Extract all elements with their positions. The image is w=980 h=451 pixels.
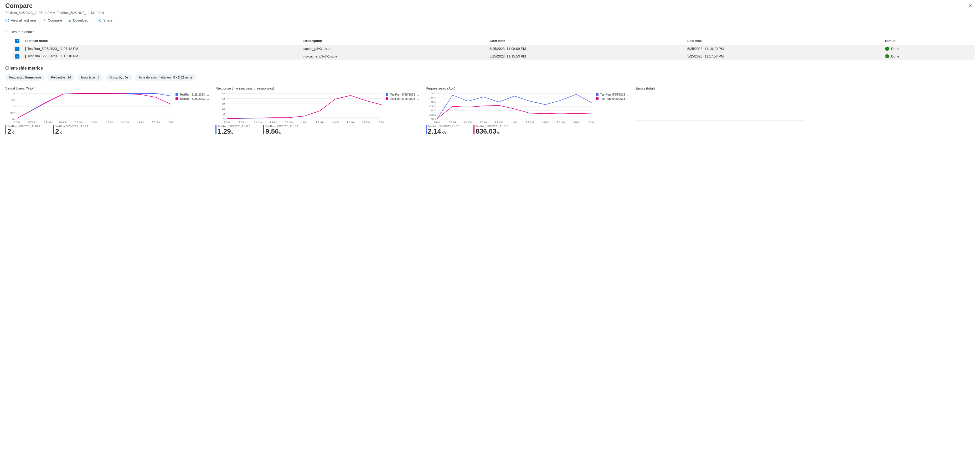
chevron-down-icon: ⌄ <box>90 19 92 22</box>
svg-text:1.8 min: 1.8 min <box>572 121 580 123</box>
series-color-chip <box>25 55 26 58</box>
chart-svg[interactable]: 0K/s0.5K/s1K/s1.5K/s2K/s2.5K/s3K/s0 min0… <box>426 92 594 123</box>
col-end[interactable]: End time <box>685 37 883 45</box>
col-name[interactable]: Test run name <box>22 37 301 45</box>
chart-summary: TestRun_5/25/2023_11:07:1...2K <box>5 125 43 135</box>
select-all-checkbox[interactable]: ✓ <box>15 39 19 43</box>
chart-title: Errors (total) <box>636 86 838 90</box>
table-row[interactable]: ✓ TestRun_5/25/2023_11:07:12 PM cache_p3… <box>13 45 975 53</box>
svg-text:3K/s: 3K/s <box>431 92 436 95</box>
test-run-details-toggle[interactable]: ⌄ Test run details <box>5 27 975 37</box>
share-label: Share <box>103 18 113 22</box>
svg-text:0.2 min: 0.2 min <box>29 121 36 123</box>
svg-text:0.6 min: 0.6 min <box>480 121 488 123</box>
svg-text:2 min: 2 min <box>169 121 173 123</box>
col-status[interactable]: Status <box>883 37 975 45</box>
svg-text:2 min: 2 min <box>379 121 383 123</box>
svg-text:0.4 min: 0.4 min <box>44 121 52 123</box>
svg-text:0.4 min: 0.4 min <box>464 121 472 123</box>
svg-text:0.6 min: 0.6 min <box>270 121 277 123</box>
svg-text:0 min: 0 min <box>434 121 440 123</box>
chart-legend: TestRun_5/25/2023_... TestRun_5/25/2023_… <box>175 92 209 101</box>
svg-text:2 min: 2 min <box>589 121 594 123</box>
svg-text:0.2 min: 0.2 min <box>239 121 247 123</box>
filter-group-by[interactable]: Group by : 5s <box>106 74 132 81</box>
run-start: 5/25/2023, 11:08:09 PM <box>487 45 685 53</box>
filter-time-duration[interactable]: Time duration (relative) : 0 - 2.02 mins <box>135 74 196 81</box>
svg-text:0K/s: 0K/s <box>431 118 436 121</box>
chevron-up-icon: ⌄ <box>5 30 8 33</box>
svg-text:2.5K/s: 2.5K/s <box>429 96 436 99</box>
run-name: TestRun_5/25/2023_11:07:12 PM <box>27 47 78 51</box>
chart-svg[interactable]: 0K0.5K1K1.5K2K0 min0.2 min0.4 min0.6 min… <box>5 92 173 123</box>
svg-text:1.8 min: 1.8 min <box>362 121 370 123</box>
svg-text:25s: 25s <box>221 92 226 95</box>
svg-text:1.2 min: 1.2 min <box>106 121 113 123</box>
close-button[interactable]: × <box>966 1 975 11</box>
chart-summary: TestRun_5/25/2023_11:07:1...1.29s <box>215 125 253 135</box>
col-start[interactable]: Start time <box>487 37 685 45</box>
svg-text:1.5K: 1.5K <box>10 98 15 101</box>
svg-text:1 min: 1 min <box>512 121 517 123</box>
run-end: 5/25/2023, 11:17:53 PM <box>685 52 883 60</box>
table-row[interactable]: ✓ TestRun_5/25/2023_11:13:10 PM no-cache… <box>13 52 975 60</box>
svg-text:0.8 min: 0.8 min <box>285 121 293 123</box>
svg-text:20s: 20s <box>221 97 226 100</box>
view-all-test-runs-link[interactable]: View all test runs <box>5 18 37 22</box>
section-label: Test run details <box>11 30 34 34</box>
chart-summary: TestRun_5/25/2023_11:13:1...2K <box>53 125 91 135</box>
svg-text:1.6 min: 1.6 min <box>137 121 145 123</box>
page-title: Compare <box>5 2 33 10</box>
run-desc: no-cache_p3v3-1node <box>301 52 487 60</box>
svg-text:0K: 0K <box>12 118 15 121</box>
compare-button[interactable]: Compare <box>42 18 62 22</box>
status-text: Done <box>891 47 899 51</box>
download-label: Download <box>73 18 89 22</box>
share-icon <box>98 18 102 22</box>
chart-title: Requests/sec (Avg) <box>426 86 628 90</box>
filter-requests[interactable]: Requests : Homepage <box>5 74 45 81</box>
run-desc: cache_p3v3-1node <box>301 45 487 53</box>
svg-text:0.4 min: 0.4 min <box>254 121 262 123</box>
svg-text:0.5K/s: 0.5K/s <box>429 113 436 116</box>
svg-text:2K: 2K <box>12 92 15 95</box>
svg-text:1.5K/s: 1.5K/s <box>429 105 436 108</box>
svg-text:1.4 min: 1.4 min <box>541 121 549 123</box>
test-runs-table: ✓ Test run name Description Start time E… <box>13 37 975 60</box>
run-start: 5/25/2023, 11:15:53 PM <box>487 52 685 60</box>
svg-text:0.8 min: 0.8 min <box>75 121 83 123</box>
filter-error-type[interactable]: Error type : 0 <box>78 74 103 81</box>
svg-text:0.6 min: 0.6 min <box>59 121 67 123</box>
svg-point-0 <box>6 19 9 22</box>
download-button[interactable]: Download ⌄ <box>68 18 92 22</box>
chart-legend: TestRun_5/25/2023_... TestRun_5/25/2023_… <box>386 92 419 101</box>
svg-text:0.2 min: 0.2 min <box>449 121 457 123</box>
more-menu[interactable]: ··· <box>36 4 40 8</box>
svg-text:1.6 min: 1.6 min <box>347 121 355 123</box>
row-checkbox[interactable]: ✓ <box>15 47 19 51</box>
chart-legend: TestRun_5/25/2023_... TestRun_5/25/2023_… <box>596 92 629 101</box>
share-button[interactable]: Share <box>98 18 113 22</box>
row-checkbox[interactable]: ✓ <box>15 54 19 59</box>
col-desc[interactable]: Description <box>301 37 487 45</box>
page-subtitle: TestRun_5/25/2023_11:07:12 PM vs TestRun… <box>5 11 975 15</box>
chart-title: Virtual Users (Max) <box>5 86 208 90</box>
svg-text:1 min: 1 min <box>91 121 97 123</box>
svg-text:1K: 1K <box>12 105 15 108</box>
chart-summary: TestRun_5/25/2023_11:07:1...2.14K/s <box>426 125 463 135</box>
svg-text:1K/s: 1K/s <box>431 109 436 112</box>
svg-text:2K/s: 2K/s <box>431 100 436 103</box>
status-text: Done <box>891 54 899 58</box>
filter-percentile[interactable]: Percentile : 90 <box>47 74 75 81</box>
swap-icon <box>42 18 46 22</box>
svg-text:1 min: 1 min <box>301 121 307 123</box>
run-end: 5/25/2023, 11:10:10 PM <box>685 45 883 53</box>
check-circle-icon: ✓ <box>885 54 889 58</box>
chart-svg[interactable]: 0s5s10s15s20s25s0 min0.2 min0.4 min0.6 m… <box>215 92 383 123</box>
svg-text:15s: 15s <box>221 102 226 105</box>
svg-text:0.8 min: 0.8 min <box>495 121 503 123</box>
series-color-chip <box>25 47 26 51</box>
svg-text:1.4 min: 1.4 min <box>121 121 129 123</box>
svg-text:1.6 min: 1.6 min <box>557 121 565 123</box>
chart-virtual_users: Virtual Users (Max) 0K0.5K1K1.5K2K0 min0… <box>5 86 208 135</box>
